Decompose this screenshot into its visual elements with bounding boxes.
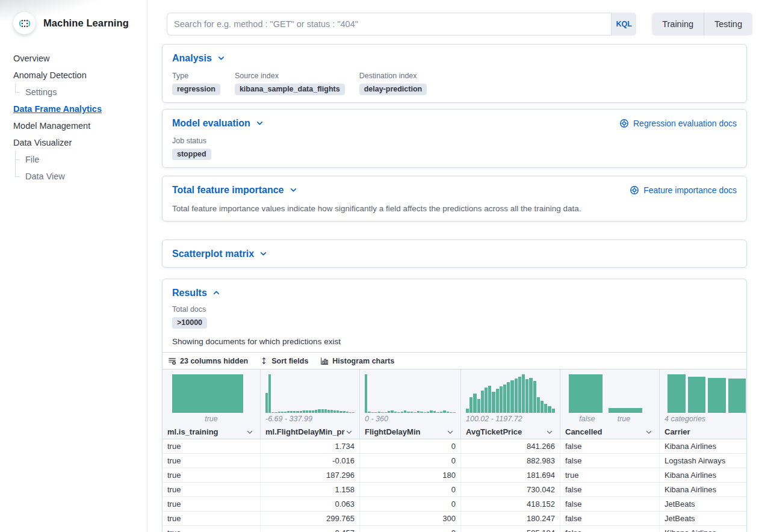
column-range-label: 100.02 - 1197.72 [465, 413, 556, 425]
sidebar-item-data-visualizer[interactable]: Data Visualizer [13, 134, 140, 151]
results-accordion-toggle[interactable]: Results [172, 286, 221, 299]
sidebar-item-label[interactable]: Data View [25, 172, 65, 181]
histogram-bar [404, 410, 406, 413]
sidebar-item-label[interactable]: Data Frame Analytics [13, 104, 102, 114]
column-header-carrier: 4 categories Carrier [660, 370, 746, 439]
table-row: true1.1580730.042falseKibana Airlines [163, 483, 746, 497]
column-name: Cancelled [565, 427, 645, 436]
table-row: true299.765300180.247falseJetBeats [163, 512, 746, 526]
feature-importance-docs-link[interactable]: Feature importance docs [630, 185, 737, 195]
histogram-bar [433, 411, 436, 413]
destination-index-badge: delay-prediction [359, 84, 427, 95]
sidebar-item-label[interactable]: Data Visualizer [13, 138, 72, 147]
sidebar-item-data-frame-analytics[interactable]: Data Frame Analytics [13, 101, 140, 117]
histogram-bar [336, 410, 339, 413]
histogram-bar [430, 410, 432, 413]
histogram-bar [453, 412, 455, 413]
sidebar-item-data-view[interactable]: Data View [13, 168, 140, 185]
histogram-bar [365, 374, 367, 413]
search-input[interactable] [167, 13, 611, 36]
column-range-label: 0 - 360 [364, 413, 457, 425]
results-subtitle: Showing documents for which predictions … [172, 337, 737, 346]
column-histogram [465, 374, 556, 413]
histogram-charts-button[interactable]: Histogram charts [320, 357, 394, 365]
chevron-down-icon [289, 185, 298, 194]
chevron-down-icon [645, 428, 653, 436]
columns-hidden-label: 23 columns hidden [180, 357, 248, 365]
app-title: Machine Learning [43, 17, 129, 29]
histogram-bar [385, 412, 387, 413]
column-actions-chevron[interactable] [446, 428, 456, 436]
column-actions-chevron[interactable] [345, 428, 355, 436]
histogram-bar [327, 410, 330, 413]
sidebar-item-label[interactable]: Settings [25, 87, 57, 97]
analysis-field: Destination index delay-prediction [359, 72, 427, 95]
histogram-bar [420, 412, 423, 413]
column-name: FlightDelayMin [365, 427, 446, 436]
regression-evaluation-docs-link[interactable]: Regression evaluation docs [619, 119, 737, 128]
panel-title-text: Results [172, 286, 207, 299]
table-cell: true [163, 483, 261, 496]
table-cell: -0.016 [261, 454, 360, 468]
histogram-bar [424, 412, 426, 413]
column-actions-chevron[interactable] [246, 428, 255, 436]
histogram-bar [537, 397, 540, 413]
sidebar-item-label[interactable]: Model Management [13, 121, 90, 131]
histogram-bar [284, 412, 287, 413]
column-actions-chevron[interactable] [645, 428, 654, 436]
histogram-bar [414, 412, 416, 413]
table-cell: JetBeats [660, 512, 746, 525]
chevron-down-icon [345, 428, 353, 436]
column-actions-chevron[interactable] [545, 428, 555, 436]
sidebar-item-settings[interactable]: Settings [13, 84, 140, 101]
sidebar-item-label[interactable]: Overview [13, 54, 49, 63]
field-label: Destination index [359, 72, 427, 80]
sidebar-item-label[interactable]: Anomaly Detection [13, 70, 87, 80]
column-histogram [166, 374, 256, 413]
documentation-icon [619, 119, 629, 128]
total-feature-importance-accordion-toggle[interactable]: Total feature importance [172, 184, 298, 196]
table-row: true187.296180181.694trueKibana Airlines [163, 468, 746, 483]
source-index-badge: kibana_sample_data_flights [235, 84, 345, 95]
table-cell: -0.457 [261, 526, 360, 532]
kql-button[interactable]: KQL [611, 13, 636, 36]
doc-link-text: Regression evaluation docs [633, 119, 737, 128]
chevron-down-icon [246, 428, 254, 436]
sidebar-item-file[interactable]: File [13, 151, 140, 168]
total-feature-importance-panel: Total feature importance Feature importa… [162, 176, 747, 221]
panel-title-text: Analysis [172, 52, 212, 64]
histogram-bar [172, 374, 243, 413]
table-row: true1.7340841.266falseKibana Airlines [163, 439, 746, 454]
histogram-bar [378, 412, 380, 413]
job-status-field: Job status stopped [172, 137, 211, 160]
scatterplot-matrix-accordion-toggle[interactable]: Scatterplot matrix [172, 247, 268, 260]
table-cell: Kibana Airlines [660, 468, 746, 482]
sidebar-nav: Overview Anomaly Detection Settings Data… [13, 50, 140, 185]
sidebar-item-model-management[interactable]: Model Management [13, 117, 140, 134]
histogram-bar [510, 380, 513, 413]
table-cell: true [163, 439, 261, 453]
sort-fields-button[interactable]: Sort fields [260, 357, 308, 365]
histogram-bar [268, 374, 271, 413]
total-docs-field: Total docs >10000 [172, 305, 207, 329]
sidebar-item-label[interactable]: File [25, 155, 39, 164]
panel-title-text: Model evaluation [172, 117, 250, 129]
table-cell: false [560, 512, 660, 525]
testing-button[interactable]: Testing [704, 13, 752, 36]
histogram-bar [427, 412, 429, 413]
training-button[interactable]: Training [652, 13, 704, 36]
histogram-bar [401, 412, 403, 413]
sidebar-item-overview[interactable]: Overview [13, 50, 140, 67]
histogram-bar [569, 374, 603, 413]
table-cell: 841.266 [461, 439, 560, 453]
table-cell: 1.158 [261, 483, 360, 496]
column-header-ml-flightdelaymin-predi: -6.69 - 337.99 ml.FlightDelayMin_predi [261, 370, 360, 439]
analysis-accordion-toggle[interactable]: Analysis [172, 52, 226, 64]
columns-hidden-button[interactable]: 23 columns hidden [168, 357, 248, 365]
table-cell: false [560, 454, 660, 468]
histogram-bar [368, 412, 370, 413]
sidebar-item-anomaly-detection[interactable]: Anomaly Detection [13, 67, 140, 84]
model-evaluation-accordion-toggle[interactable]: Model evaluation [172, 117, 264, 129]
column-range-label: 4 categories [663, 413, 746, 425]
column-histogram [564, 374, 655, 413]
